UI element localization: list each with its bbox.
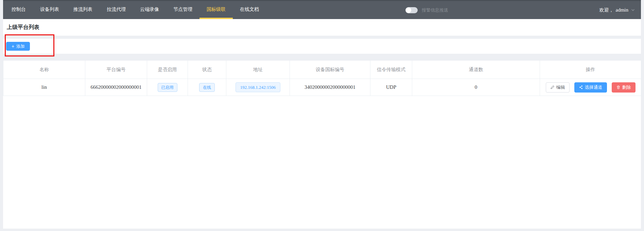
edit-label: 编辑 [556,85,565,89]
tab-console[interactable]: 控制台 [4,1,33,19]
col-header-platform-id: 平台编号 [85,61,147,79]
platform-table-card: 名称 平台编号 是否启用 状态 地址 设备国标编号 信令传输模式 通道数 操作 … [3,60,641,229]
nav-tabs: 控制台 设备列表 推流列表 拉流代理 云端录像 节点管理 国标级联 在线文档 [3,1,266,19]
col-header-name: 名称 [3,61,85,79]
tab-pull-proxy[interactable]: 拉流代理 [100,1,133,19]
cell-status: 在线 [188,79,226,96]
tab-push-list[interactable]: 推流列表 [66,1,100,19]
cell-name: lin [3,79,85,96]
pencil-icon [550,85,555,89]
status-badge: 在线 [199,83,215,92]
chevron-down-icon [631,8,635,12]
page-title: 上级平台列表 [7,24,39,31]
cell-transport-mode: UDP [370,79,412,96]
alarm-push-label: 报警信息推送 [422,7,448,13]
toggle-knob [406,7,411,13]
trash-icon [616,85,621,89]
app-container: 控制台 设备列表 推流列表 拉流代理 云端录像 节点管理 国标级联 在线文档 报… [3,0,641,229]
cell-platform-id: 66620000002000000001 [85,79,147,96]
delete-button[interactable]: 删除 [612,82,636,93]
top-navbar: 控制台 设备列表 推流列表 拉流代理 云端录像 节点管理 国标级联 在线文档 报… [3,0,641,19]
address-button[interactable]: 192.168.1.242:1506 [236,82,280,92]
alarm-push-toggle[interactable] [405,7,418,13]
edit-button[interactable]: 编辑 [546,82,570,93]
username: admin [616,7,629,13]
toolbar: + 添加 [3,39,641,54]
add-button-label: 添加 [16,44,24,49]
alarm-push-group: 报警信息推送 [405,1,448,19]
user-menu[interactable]: 欢迎， admin [599,1,635,19]
tab-gb-cascade[interactable]: 国标级联 [199,1,233,19]
col-header-operations: 操作 [540,61,641,79]
table-row: lin 66620000002000000001 已启用 在线 192.168.… [3,79,641,96]
platform-table: 名称 平台编号 是否启用 状态 地址 设备国标编号 信令传输模式 通道数 操作 … [3,60,641,96]
col-header-transport-mode: 信令传输模式 [370,61,412,79]
tab-online-docs[interactable]: 在线文档 [233,1,266,19]
share-icon [579,85,583,89]
col-header-address: 地址 [226,61,290,79]
col-header-device-gb-id: 设备国标编号 [290,61,370,79]
tab-node-management[interactable]: 节点管理 [166,1,199,19]
plus-icon: + [12,44,14,49]
tab-cloud-recording[interactable]: 云端录像 [133,1,166,19]
divider [3,36,641,39]
select-channel-label: 选择通道 [585,85,603,89]
add-button[interactable]: + 添加 [6,42,30,51]
col-header-channel-count: 通道数 [412,61,540,79]
cell-address: 192.168.1.242:1506 [226,79,290,96]
row-actions: 编辑 选择通道 [546,82,636,93]
table-header-row: 名称 平台编号 是否启用 状态 地址 设备国标编号 信令传输模式 通道数 操作 [3,61,641,79]
delete-label: 删除 [622,85,631,89]
divider [3,54,641,60]
enabled-badge: 已启用 [158,83,177,92]
welcome-text: 欢迎， [599,7,614,13]
col-header-enabled: 是否启用 [147,61,188,79]
cell-operations: 编辑 选择通道 [540,79,641,96]
cell-device-gb-id: 34020000002000000001 [290,79,370,96]
page-header: 上级平台列表 [3,19,641,36]
col-header-status: 状态 [188,61,226,79]
cell-channel-count: 0 [412,79,540,96]
cell-enabled: 已启用 [147,79,188,96]
select-channel-button[interactable]: 选择通道 [574,82,607,93]
tab-device-list[interactable]: 设备列表 [33,1,66,19]
